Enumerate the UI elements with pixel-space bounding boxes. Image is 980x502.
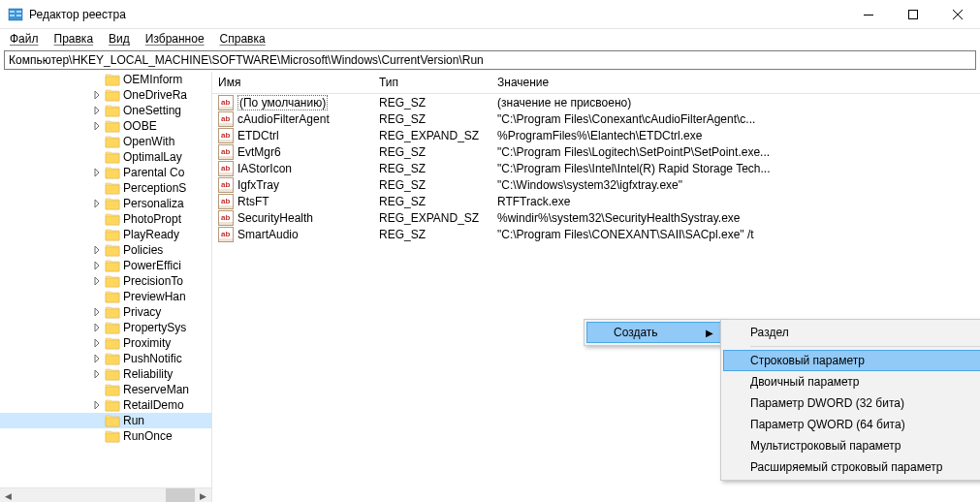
- context-menu-primary: Создать ▶: [584, 319, 725, 346]
- list-row[interactable]: abcAudioFilterAgentREG_SZ"C:\Program Fil…: [212, 110, 980, 127]
- menu-help[interactable]: Справка: [214, 31, 271, 47]
- column-value[interactable]: Значение: [491, 73, 980, 92]
- list-row[interactable]: abIgfxTrayREG_SZ"C:\Windows\system32\igf…: [212, 176, 980, 193]
- expand-icon[interactable]: [92, 169, 102, 176]
- svg-rect-11: [219, 123, 233, 126]
- menu-file[interactable]: Файл: [4, 31, 45, 47]
- tree-label: RetailDemo: [123, 398, 184, 412]
- registry-tree[interactable]: OEMInformOneDriveRaOneSettingOOBEOpenWit…: [0, 72, 211, 487]
- tree-item[interactable]: OptimalLay: [0, 149, 211, 165]
- tree-item[interactable]: RetailDemo: [0, 397, 211, 413]
- column-name[interactable]: Имя: [212, 73, 373, 92]
- string-value-icon: ab: [218, 144, 234, 160]
- expand-icon[interactable]: [92, 308, 102, 316]
- list-row[interactable]: ab(По умолчанию)REG_SZ(значение не присв…: [212, 94, 980, 110]
- tree-item[interactable]: Personaliza: [0, 196, 211, 211]
- tree-item[interactable]: PropertySys: [0, 320, 211, 335]
- tree-item[interactable]: OOBE: [0, 118, 211, 134]
- expand-icon[interactable]: [92, 246, 102, 254]
- value-data: "C:\Program Files\CONEXANT\SAII\SACpl.ex…: [491, 228, 980, 241]
- tree-item[interactable]: PushNotific: [0, 351, 211, 366]
- expand-icon[interactable]: [92, 277, 102, 285]
- folder-icon: [105, 398, 120, 412]
- svg-rect-5: [864, 15, 873, 16]
- expand-icon[interactable]: [92, 401, 102, 409]
- maximize-button[interactable]: [891, 0, 935, 29]
- tree-label: PropertySys: [123, 321, 186, 334]
- address-bar[interactable]: Компьютер\HKEY_LOCAL_MACHINE\SOFTWARE\Mi…: [4, 50, 976, 70]
- svg-rect-1: [10, 11, 15, 13]
- menu-expandstring[interactable]: Расширяемый строковый параметр: [723, 456, 980, 478]
- svg-rect-6: [909, 11, 918, 19]
- tree-item[interactable]: Privacy: [0, 304, 211, 320]
- svg-rect-14: [219, 140, 233, 142]
- scroll-thumb[interactable]: [166, 488, 195, 503]
- list-row[interactable]: abSmartAudioREG_SZ"C:\Program Files\CONE…: [212, 226, 980, 242]
- tree-item[interactable]: Proximity: [0, 335, 211, 351]
- tree-item[interactable]: PrecisionTo: [0, 273, 211, 289]
- expand-icon[interactable]: [92, 339, 102, 347]
- tree-item[interactable]: PowerEffici: [0, 258, 211, 273]
- list-row[interactable]: abSecurityHealthREG_EXPAND_SZ%windir%\sy…: [212, 209, 980, 226]
- tree-item[interactable]: OEMInform: [0, 72, 211, 87]
- menu-qword[interactable]: Параметр QWORD (64 бита): [723, 414, 980, 435]
- menu-create[interactable]: Создать ▶: [586, 322, 722, 343]
- menu-dword[interactable]: Параметр DWORD (32 бита): [723, 392, 980, 414]
- tree-label: PhotoPropt: [123, 212, 181, 226]
- string-value-icon: ab: [218, 194, 234, 209]
- tree-item[interactable]: Parental Co: [0, 165, 211, 180]
- expand-icon[interactable]: [92, 200, 102, 207]
- menu-edit[interactable]: Правка: [48, 31, 100, 47]
- tree-item[interactable]: PhotoPropt: [0, 211, 211, 227]
- menu-view[interactable]: Вид: [103, 31, 136, 47]
- expand-icon[interactable]: [92, 91, 102, 99]
- expand-icon[interactable]: [92, 122, 102, 130]
- scroll-left-button[interactable]: ◀: [0, 488, 16, 503]
- string-value-icon: ab: [218, 227, 234, 242]
- scroll-right-button[interactable]: ▶: [195, 488, 211, 503]
- list-row[interactable]: abEvtMgr6REG_SZ"C:\Program Files\Logitec…: [212, 143, 980, 160]
- tree-item[interactable]: OneSetting: [0, 103, 211, 118]
- folder-icon: [105, 73, 120, 86]
- minimize-button[interactable]: [846, 0, 891, 29]
- tree-item[interactable]: Run: [0, 413, 211, 428]
- tree-item[interactable]: OneDriveRa: [0, 87, 211, 103]
- tree-item[interactable]: OpenWith: [0, 134, 211, 149]
- menu-section[interactable]: Раздел: [723, 322, 980, 343]
- tree-item[interactable]: Policies: [0, 242, 211, 258]
- tree-item[interactable]: ReserveMan: [0, 382, 211, 397]
- expand-icon[interactable]: [92, 107, 102, 114]
- tree-label: OneSetting: [123, 104, 181, 117]
- svg-rect-2: [16, 11, 21, 13]
- tree-item[interactable]: Reliability: [0, 366, 211, 382]
- expand-icon[interactable]: [92, 324, 102, 331]
- column-type[interactable]: Тип: [373, 73, 491, 92]
- svg-rect-32: [219, 238, 233, 241]
- menu-string[interactable]: Строковый параметр: [723, 350, 980, 371]
- menu-multistring[interactable]: Мультистроковый параметр: [723, 435, 980, 456]
- tree-item[interactable]: PlayReady: [0, 227, 211, 242]
- close-button[interactable]: [935, 0, 980, 29]
- list-row[interactable]: abETDCtrlREG_EXPAND_SZ%ProgramFiles%\Ela…: [212, 127, 980, 143]
- value-type: REG_SZ: [373, 162, 491, 175]
- expand-icon[interactable]: [92, 262, 102, 269]
- horizontal-scrollbar[interactable]: ◀ ▶: [0, 487, 211, 502]
- list-row[interactable]: abIAStorIconREG_SZ"C:\Program Files\Inte…: [212, 160, 980, 176]
- expand-icon[interactable]: [92, 370, 102, 378]
- folder-icon: [105, 197, 120, 210]
- list-row[interactable]: abRtsFTREG_SZRTFTrack.exe: [212, 193, 980, 209]
- menu-favorites[interactable]: Избранное: [140, 31, 210, 47]
- tree-item[interactable]: RunOnce: [0, 428, 211, 444]
- tree-label: Privacy: [123, 305, 161, 319]
- tree-label: RunOnce: [123, 429, 173, 443]
- tree-item[interactable]: PerceptionS: [0, 180, 211, 196]
- expand-icon[interactable]: [92, 355, 102, 362]
- scroll-track[interactable]: [16, 488, 195, 503]
- tree-label: ReserveMan: [123, 383, 189, 396]
- svg-rect-29: [219, 222, 233, 225]
- value-data: "C:\Program Files\Intel\Intel(R) Rapid S…: [491, 162, 980, 175]
- tree-item[interactable]: PreviewHan: [0, 289, 211, 304]
- list-panel: Имя Тип Значение ab(По умолчанию)REG_SZ(…: [212, 72, 980, 502]
- menu-create-label: Создать: [614, 326, 658, 339]
- menu-binary[interactable]: Двоичный параметр: [723, 371, 980, 392]
